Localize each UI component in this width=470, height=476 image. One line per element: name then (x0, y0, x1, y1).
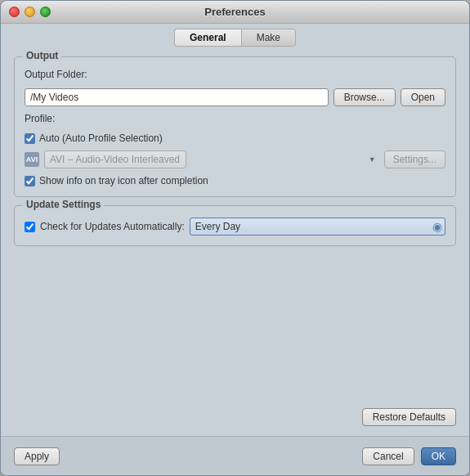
profile-icon: AVI (25, 152, 39, 167)
output-group-title: Output (23, 50, 61, 61)
folder-input[interactable] (25, 88, 329, 106)
folder-label: Output Folder: (25, 69, 445, 80)
auto-profile-label[interactable]: Auto (Auto Profile Selection) (39, 132, 163, 144)
maximize-button[interactable] (40, 7, 51, 17)
update-select-wrapper: Every Day Every Week Every Month Never (190, 218, 445, 236)
show-info-row: Show info on tray icon after completion (25, 175, 445, 186)
update-group: Update Settings Check for Updates Automa… (14, 205, 456, 246)
spacer (14, 254, 456, 400)
settings-button[interactable]: Settings... (384, 150, 445, 168)
tab-bar: General Make (1, 24, 469, 47)
profile-label: Profile: (25, 113, 445, 124)
bottom-bar: Apply Cancel OK (1, 436, 469, 475)
auto-profile-checkbox[interactable] (25, 133, 35, 144)
bottom-left: Apply (14, 447, 362, 465)
tab-make[interactable]: Make (241, 29, 296, 47)
update-group-content: Check for Updates Automatically: Every D… (25, 218, 445, 236)
close-button[interactable] (9, 7, 20, 17)
titlebar: Preferences (1, 1, 469, 24)
update-select-row: Check for Updates Automatically: Every D… (25, 218, 445, 236)
apply-button[interactable]: Apply (14, 447, 60, 465)
show-info-checkbox[interactable] (25, 176, 35, 186)
profile-select[interactable]: AVI – Audio-Video Interleaved (44, 150, 186, 168)
restore-row: Restore Defaults (14, 408, 456, 426)
window-title: Preferences (204, 6, 265, 18)
ok-button[interactable]: OK (421, 447, 456, 465)
tab-general[interactable]: General (174, 29, 241, 47)
output-group-content: Output Folder: Browse... Open Profile: A… (25, 69, 445, 186)
profile-select-wrapper: AVI – Audio-Video Interleaved (44, 150, 379, 168)
open-button[interactable]: Open (401, 88, 445, 106)
profile-select-row: AVI AVI – Audio-Video Interleaved Settin… (25, 150, 445, 168)
bottom-right: Cancel OK (362, 447, 456, 465)
update-frequency-select[interactable]: Every Day Every Week Every Month Never (190, 218, 445, 236)
update-checkbox[interactable] (25, 222, 35, 232)
auto-profile-row: Auto (Auto Profile Selection) (25, 132, 445, 144)
minimize-button[interactable] (25, 7, 35, 17)
traffic-lights (9, 7, 51, 17)
show-info-label[interactable]: Show info on tray icon after completion (39, 175, 208, 186)
preferences-window: Preferences General Make Output Output F… (0, 0, 470, 476)
browse-button[interactable]: Browse... (333, 88, 396, 106)
folder-row: Browse... Open (25, 88, 445, 106)
restore-defaults-button[interactable]: Restore Defaults (362, 408, 456, 426)
output-group: Output Output Folder: Browse... Open Pro… (14, 56, 456, 197)
cancel-button[interactable]: Cancel (362, 447, 414, 465)
content-area: Output Output Folder: Browse... Open Pro… (1, 47, 469, 436)
update-label[interactable]: Check for Updates Automatically: (40, 221, 185, 232)
update-group-title: Update Settings (23, 199, 104, 210)
